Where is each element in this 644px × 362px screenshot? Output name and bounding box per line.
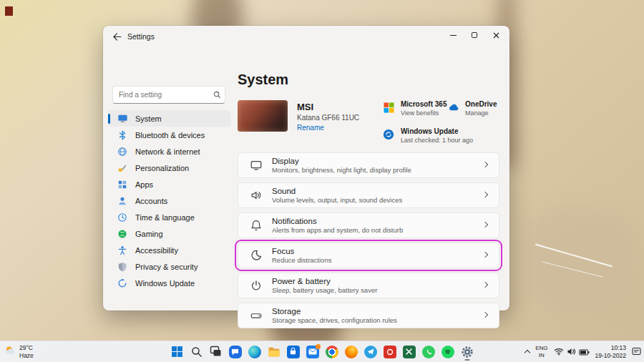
settings-card-display[interactable]: Display Monitors, brightness, night ligh… xyxy=(238,152,499,178)
sidebar-nav: System Bluetooth & devices Network & int… xyxy=(108,110,231,291)
wifi-icon xyxy=(554,346,564,358)
card-subtitle: Alerts from apps and system, do not dist… xyxy=(272,226,403,234)
settings-card-sound[interactable]: Sound Volume levels, output, input, soun… xyxy=(238,182,499,208)
settings-card-storage[interactable]: Storage Storage space, drives, configura… xyxy=(238,303,499,328)
sidebar-item-label: Gaming xyxy=(135,230,163,238)
chevron-right-icon xyxy=(482,162,488,167)
sidebar-item-apps[interactable]: Apps xyxy=(108,176,231,192)
file-explorer-icon[interactable] xyxy=(265,343,282,360)
edge-browser-icon[interactable] xyxy=(246,343,263,360)
sidebar-item-system[interactable]: System xyxy=(108,110,231,127)
quick-card-subtitle[interactable]: View benefits xyxy=(401,109,447,117)
quick-card-onedrive[interactable]: OneDrive Manage xyxy=(447,100,497,117)
sidebar-item-network-internet[interactable]: Network & internet xyxy=(108,143,231,160)
language-code: ENG xyxy=(535,345,547,352)
system-icon xyxy=(117,113,128,124)
device-thumbnail xyxy=(238,100,288,132)
wallpaper-sword-line xyxy=(542,261,603,277)
minimize-button[interactable] xyxy=(442,26,464,44)
sidebar-item-accounts[interactable]: Accounts xyxy=(108,192,231,209)
apps-grid-icon xyxy=(117,179,128,190)
close-button[interactable] xyxy=(485,26,507,44)
speaker-icon xyxy=(249,188,263,202)
clock-widget[interactable]: 10:13 19-10-2022 xyxy=(595,344,626,359)
tray-overflow-chevron-icon[interactable] xyxy=(525,350,530,356)
window-title: Settings xyxy=(127,32,155,41)
person-icon xyxy=(117,195,128,207)
spotify-icon[interactable] xyxy=(439,343,456,360)
firefox-browser-icon[interactable] xyxy=(343,343,359,360)
clock-icon xyxy=(117,212,128,223)
taskbar-center xyxy=(169,341,475,362)
settings-card-notifications[interactable]: Notifications Alerts from apps and syste… xyxy=(238,212,499,238)
xbox-icon xyxy=(117,228,128,240)
volume-icon xyxy=(567,346,576,358)
chat-app-icon[interactable] xyxy=(227,343,243,360)
accessibility-person-icon xyxy=(117,245,128,256)
notification-center-icon[interactable] xyxy=(632,346,641,358)
sidebar-item-gaming[interactable]: Gaming xyxy=(108,225,231,242)
sidebar-item-personalization[interactable]: Personalization xyxy=(108,160,231,176)
settings-card-list: Display Monitors, brightness, night ligh… xyxy=(238,152,499,328)
card-subtitle: Sleep, battery usage, battery saver xyxy=(272,286,377,294)
quick-card-subtitle: Last checked: 1 hour ago xyxy=(401,137,473,144)
display-icon xyxy=(249,158,263,172)
sidebar-item-label: Windows Update xyxy=(135,279,195,288)
weather-icon xyxy=(4,345,16,359)
search-input[interactable] xyxy=(119,91,213,99)
microsoft-store-icon[interactable] xyxy=(285,343,301,360)
chevron-right-icon xyxy=(482,222,488,228)
sidebar-item-privacy-security[interactable]: Privacy & security xyxy=(108,258,231,275)
excel-app-icon[interactable] xyxy=(401,343,417,360)
quick-card-microsoft-365[interactable]: Microsoft 365 View benefits xyxy=(382,100,447,117)
sidebar-item-label: Bluetooth & devices xyxy=(135,131,205,140)
quick-card-subtitle[interactable]: Manage xyxy=(465,109,497,117)
card-subtitle: Storage space, drives, configuration rul… xyxy=(272,316,397,324)
quick-settings-button[interactable] xyxy=(554,346,590,358)
weather-widget[interactable]: 29°C Haze xyxy=(4,341,34,362)
sidebar-item-bluetooth-devices[interactable]: Bluetooth & devices xyxy=(108,127,231,143)
tray-date: 19-10-2022 xyxy=(595,352,626,360)
card-title: Power & battery xyxy=(272,277,377,285)
taskbar-search-icon[interactable] xyxy=(188,343,205,360)
power-icon xyxy=(249,278,263,293)
settings-gear-icon[interactable] xyxy=(459,343,475,360)
titlebar[interactable]: Settings xyxy=(103,26,509,47)
update-refresh-icon xyxy=(117,278,128,289)
paintbrush-icon xyxy=(117,162,128,174)
quick-card-title: Windows Update xyxy=(401,127,473,135)
wallpaper-sword-line xyxy=(535,244,613,268)
microsoft-logo-icon xyxy=(382,101,395,114)
back-button[interactable] xyxy=(111,31,122,42)
settings-window: Settings System Bluetooth & devices xyxy=(103,26,509,310)
globe-icon xyxy=(117,146,128,157)
rename-link[interactable]: Rename xyxy=(297,124,324,132)
settings-card-focus[interactable]: Focus Reduce distractions xyxy=(238,243,499,268)
language-indicator[interactable]: ENG IN xyxy=(535,345,547,359)
quick-card-windows-update[interactable]: Windows Update Last checked: 1 hour ago xyxy=(382,127,473,144)
taskbar: 29°C Haze xyxy=(0,341,644,362)
mail-app-icon[interactable] xyxy=(304,343,321,360)
sidebar-item-accessibility[interactable]: Accessibility xyxy=(108,242,231,258)
search-box[interactable] xyxy=(112,86,225,104)
sidebar-item-label: Accessibility xyxy=(135,246,178,255)
settings-card-power-battery[interactable]: Power & battery Sleep, battery usage, ba… xyxy=(238,273,499,298)
sidebar-item-label: System xyxy=(135,114,162,123)
whatsapp-icon[interactable] xyxy=(420,343,436,360)
chrome-browser-icon[interactable] xyxy=(323,343,340,360)
region-code: IN xyxy=(535,352,547,359)
sidebar-item-time-language[interactable]: Time & language xyxy=(108,209,231,225)
start-button[interactable] xyxy=(169,343,185,360)
chevron-right-icon xyxy=(482,252,488,258)
chevron-right-icon xyxy=(482,282,488,288)
sidebar-item-windows-update[interactable]: Windows Update xyxy=(108,275,231,291)
maximize-button[interactable] xyxy=(464,26,485,44)
red-app-icon[interactable] xyxy=(381,343,398,360)
telegram-app-icon[interactable] xyxy=(362,343,379,360)
card-subtitle: Volume levels, output, input, sound devi… xyxy=(272,196,402,204)
chevron-right-icon xyxy=(482,312,488,318)
task-view-icon[interactable] xyxy=(208,343,224,360)
quick-card-title: Microsoft 365 xyxy=(401,100,447,108)
windows-update-icon xyxy=(382,128,395,141)
storage-drive-icon xyxy=(249,308,263,323)
